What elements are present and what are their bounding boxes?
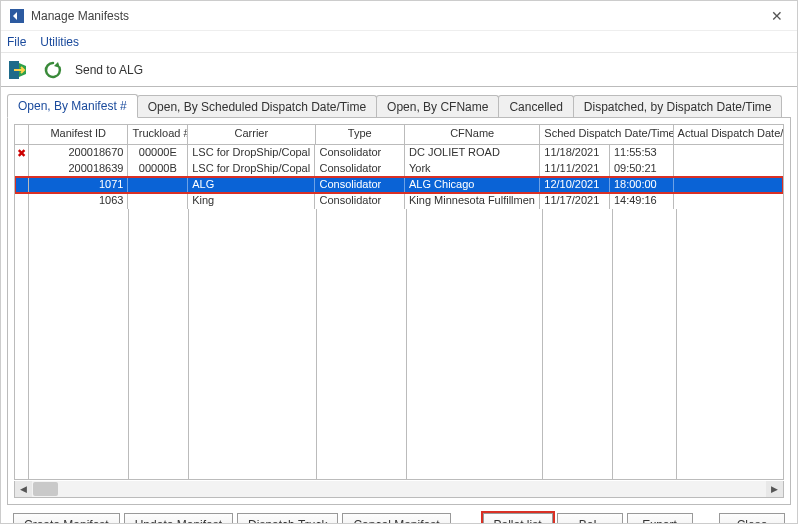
cell-time: 09:50:21 bbox=[610, 161, 674, 177]
menu-utilities[interactable]: Utilities bbox=[40, 35, 79, 49]
row-indicator bbox=[15, 177, 29, 193]
cancel-manifest-button[interactable]: Cancel Manifest bbox=[342, 513, 450, 524]
update-manifest-button[interactable]: Update Manifest bbox=[124, 513, 233, 524]
cell-time: 18:00:00 bbox=[610, 177, 674, 193]
cell-actual bbox=[674, 193, 783, 209]
cell-type: Consolidator bbox=[315, 193, 405, 209]
export-button[interactable]: Export bbox=[627, 513, 693, 524]
pallet-list-button[interactable]: Pallet list bbox=[483, 513, 553, 524]
table-row[interactable]: 200018639 00000B LSC for DropShip/Copal … bbox=[15, 161, 783, 177]
title-bar: Manage Manifests ✕ bbox=[1, 1, 797, 31]
cell-id: 200018639 bbox=[29, 161, 128, 177]
tab-open-sched[interactable]: Open, By Scheduled Dispatch Date/Time bbox=[137, 95, 377, 118]
col-carrier[interactable]: Carrier bbox=[188, 125, 315, 144]
cell-type: Consolidator bbox=[315, 177, 405, 193]
menu-bar: File Utilities bbox=[1, 31, 797, 53]
close-button[interactable]: Close bbox=[719, 513, 785, 524]
refresh-icon[interactable] bbox=[41, 58, 65, 82]
exit-icon[interactable] bbox=[7, 58, 31, 82]
tab-strip: Open, By Manifest # Open, By Scheduled D… bbox=[7, 93, 791, 117]
cell-actual bbox=[674, 145, 783, 161]
close-icon[interactable]: ✕ bbox=[765, 6, 789, 26]
tab-dispatched[interactable]: Dispatched, by Dispatch Date/Time bbox=[573, 95, 783, 118]
cell-carrier: LSC for DropShip/Copal bbox=[188, 145, 315, 161]
scroll-left-icon[interactable]: ◀ bbox=[15, 481, 32, 497]
table-row[interactable]: ✖ 200018670 00000E LSC for DropShip/Copa… bbox=[15, 145, 783, 161]
cell-actual bbox=[674, 177, 783, 193]
cell-actual bbox=[674, 161, 783, 177]
col-sched[interactable]: Sched Dispatch Date/Time bbox=[540, 125, 673, 144]
dispatch-truck-button[interactable]: Dispatch Truck bbox=[237, 513, 338, 524]
tab-open-manifest[interactable]: Open, By Manifest # bbox=[7, 94, 138, 118]
scroll-track[interactable] bbox=[32, 481, 766, 497]
cell-date: 11/17/2021 bbox=[540, 193, 610, 209]
row-error-icon: ✖ bbox=[15, 145, 29, 161]
toolbar-label: Send to ALG bbox=[75, 63, 143, 77]
row-indicator bbox=[15, 161, 29, 177]
cell-truck bbox=[128, 177, 188, 193]
cell-type: Consolidator bbox=[315, 161, 405, 177]
cell-truck: 00000E bbox=[128, 145, 188, 161]
window-title: Manage Manifests bbox=[31, 9, 129, 23]
col-actual[interactable]: Actual Dispatch Date/Tim bbox=[674, 125, 783, 144]
cell-carrier: LSC for DropShip/Copal bbox=[188, 161, 315, 177]
cell-date: 11/11/2021 bbox=[540, 161, 610, 177]
cell-id: 1063 bbox=[29, 193, 128, 209]
table-row-selected[interactable]: 1071 ALG Consolidator ALG Chicago 12/10/… bbox=[15, 177, 783, 193]
cell-cf: King Minnesota Fulfillmen bbox=[405, 193, 540, 209]
toolbar: Send to ALG bbox=[1, 53, 797, 87]
cell-id: 1071 bbox=[29, 177, 128, 193]
col-cfname[interactable]: CFName bbox=[405, 125, 540, 144]
cell-carrier: ALG bbox=[188, 177, 315, 193]
tab-cancelled[interactable]: Cancelled bbox=[498, 95, 573, 118]
data-grid[interactable]: Manifest ID Truckload # Carrier Type CFN… bbox=[14, 124, 784, 480]
row-indicator bbox=[15, 193, 29, 209]
cell-truck bbox=[128, 193, 188, 209]
cell-type: Consolidator bbox=[315, 145, 405, 161]
cell-id: 200018670 bbox=[29, 145, 128, 161]
tab-panel: Manifest ID Truckload # Carrier Type CFN… bbox=[7, 117, 791, 505]
scroll-thumb[interactable] bbox=[33, 482, 58, 496]
cell-truck: 00000B bbox=[128, 161, 188, 177]
cell-date: 11/18/2021 bbox=[540, 145, 610, 161]
table-row[interactable]: 1063 King Consolidator King Minnesota Fu… bbox=[15, 193, 783, 209]
cell-cf: DC JOLIET ROAD bbox=[405, 145, 540, 161]
cell-time: 11:55:53 bbox=[610, 145, 674, 161]
menu-file[interactable]: File bbox=[7, 35, 26, 49]
grid-header-indicator bbox=[15, 125, 29, 144]
col-truckload[interactable]: Truckload # bbox=[128, 125, 188, 144]
app-icon bbox=[9, 8, 25, 24]
grid-header: Manifest ID Truckload # Carrier Type CFN… bbox=[15, 125, 783, 145]
create-manifest-button[interactable]: Create Manifest bbox=[13, 513, 120, 524]
scroll-right-icon[interactable]: ▶ bbox=[766, 481, 783, 497]
button-bar: Create Manifest Update Manifest Dispatch… bbox=[7, 505, 791, 524]
bol-button[interactable]: BoL bbox=[557, 513, 623, 524]
horizontal-scrollbar[interactable]: ◀ ▶ bbox=[14, 481, 784, 498]
cell-cf: ALG Chicago bbox=[405, 177, 540, 193]
cell-carrier: King bbox=[188, 193, 315, 209]
grid-lines bbox=[15, 209, 783, 479]
col-manifest-id[interactable]: Manifest ID bbox=[29, 125, 128, 144]
cell-time: 14:49:16 bbox=[610, 193, 674, 209]
grid-body: ✖ 200018670 00000E LSC for DropShip/Copa… bbox=[15, 145, 783, 479]
tab-open-cfname[interactable]: Open, By CFName bbox=[376, 95, 499, 118]
cell-date: 12/10/2021 bbox=[540, 177, 610, 193]
cell-cf: York bbox=[405, 161, 540, 177]
col-type[interactable]: Type bbox=[316, 125, 406, 144]
